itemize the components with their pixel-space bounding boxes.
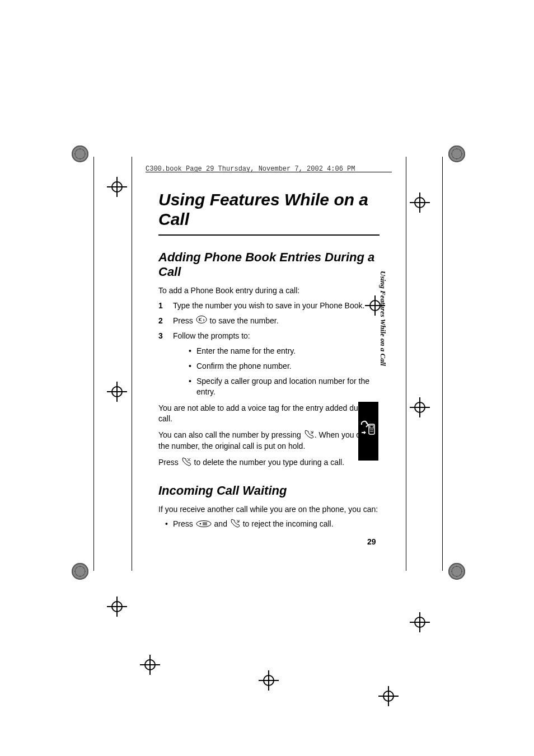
registration-mark-icon xyxy=(448,563,465,580)
document-header: C300.book Page 29 Thursday, November 7, … xyxy=(146,165,355,173)
frame-line xyxy=(93,157,94,571)
step-text: Follow the prompts to: xyxy=(173,331,250,340)
crosshair-icon xyxy=(109,384,125,400)
bullet-item: Enter the name for the entry. xyxy=(173,346,380,356)
bullet-item: Confirm the phone number. xyxy=(173,361,380,372)
crosshair-icon xyxy=(142,657,158,673)
body-text: Press to delete the number you type duri… xyxy=(158,457,380,469)
menu-key-icon xyxy=(196,519,212,530)
registration-mark-icon xyxy=(72,145,88,162)
svg-point-10 xyxy=(372,429,373,430)
step-item: 3 Follow the prompts to: Enter the name … xyxy=(158,331,380,397)
ok-key-icon xyxy=(196,316,207,326)
svg-rect-7 xyxy=(370,425,373,428)
section-heading: Adding Phone Book Entries During a Call xyxy=(158,250,380,280)
step-item: 2 Press to save the number. xyxy=(158,316,380,327)
page-body: Using Features While on a Call Adding Ph… xyxy=(158,190,380,530)
step-text: Press to save the number. xyxy=(173,316,279,325)
crosshair-icon xyxy=(412,614,428,630)
bullet-list: Press and to reject the incoming call. xyxy=(158,519,380,530)
page: C300.book Page 29 Thursday, November 7, … xyxy=(0,0,534,756)
crosshair-icon xyxy=(412,400,428,415)
svg-point-8 xyxy=(370,429,371,430)
frame-line xyxy=(132,157,132,571)
svg-point-13 xyxy=(372,431,373,432)
crosshair-icon xyxy=(412,195,428,210)
chapter-title: Using Features While on a Call xyxy=(158,190,380,236)
frame-line xyxy=(442,157,443,571)
body-text: You are not able to add a voice tag for … xyxy=(158,403,380,424)
send-key-icon xyxy=(304,430,314,442)
numbered-steps: 1 Type the number you wish to save in yo… xyxy=(158,300,380,397)
page-number: 29 xyxy=(367,537,376,546)
frame-line xyxy=(406,157,406,571)
crosshair-icon xyxy=(109,179,125,195)
svg-point-9 xyxy=(371,429,372,430)
body-text: If you receive another call while you ar… xyxy=(158,504,380,515)
step-item: 1 Type the number you wish to save in yo… xyxy=(158,300,380,311)
bullet-item: Specify a caller group and location numb… xyxy=(173,376,380,397)
send-key-icon xyxy=(230,519,240,530)
phone-recall-icon xyxy=(358,417,378,439)
registration-mark-icon xyxy=(448,145,465,162)
bullet-item: Press and to reject the incoming call. xyxy=(158,519,380,530)
crosshair-icon xyxy=(109,599,125,614)
svg-point-11 xyxy=(370,431,371,432)
body-text: To add a Phone Book entry during a call: xyxy=(158,285,380,296)
crosshair-icon xyxy=(261,673,277,688)
crosshair-icon xyxy=(381,688,396,704)
sub-bullet-list: Enter the name for the entry. Confirm th… xyxy=(173,346,380,397)
clear-key-icon xyxy=(181,457,191,469)
registration-mark-icon xyxy=(72,563,88,580)
body-text: You can also call the number by pressing… xyxy=(158,430,380,452)
step-text: Type the number you wish to save in your… xyxy=(173,301,364,310)
svg-point-12 xyxy=(371,431,372,432)
side-tab-label: Using Features While on a Call xyxy=(380,271,387,388)
section-heading: Incoming Call Waiting xyxy=(158,483,380,498)
